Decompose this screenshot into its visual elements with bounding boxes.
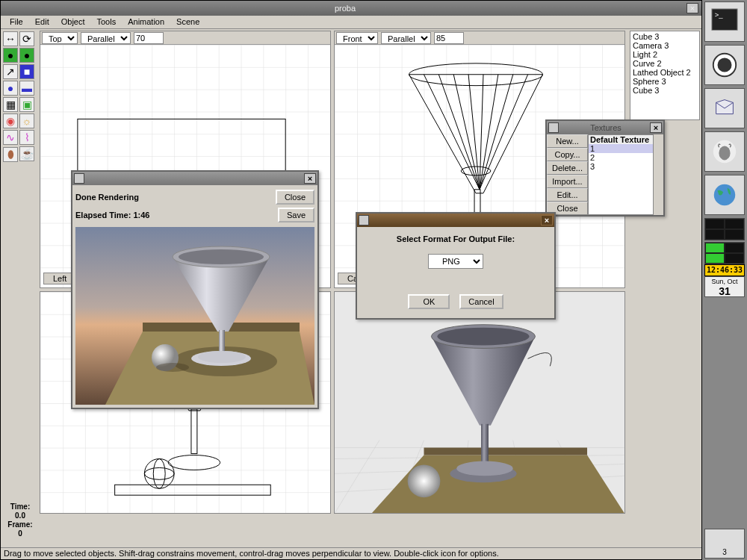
textures-list[interactable]: Default Texture 1 2 3: [588, 134, 654, 215]
format-prompt: Select Format For Output File:: [363, 234, 548, 243]
tool-move[interactable]: ↔: [3, 31, 18, 46]
viewport-top-header: Top Parallel: [40, 31, 330, 45]
scene-object-list[interactable]: Cube 3 Camera 3 Light 2 Curve 2 Lathed O…: [630, 31, 700, 120]
window-close-icon[interactable]: ×: [686, 3, 698, 13]
render-preview-image: [75, 227, 314, 405]
close-icon[interactable]: ×: [541, 215, 553, 225]
list-item[interactable]: Curve 2: [631, 59, 698, 68]
tool-cylinder[interactable]: ▬: [19, 81, 34, 96]
svg-line-44: [335, 441, 379, 513]
render-dialog: × Done Rendering Close Elapsed Time: 1:4…: [71, 170, 319, 409]
menu-object[interactable]: Object: [55, 16, 91, 28]
format-cancel-button[interactable]: Cancel: [459, 294, 503, 309]
textures-import-button[interactable]: Import...: [547, 175, 588, 188]
textures-title: Textures: [562, 123, 650, 132]
svg-marker-50: [424, 448, 588, 455]
textures-list-header: Default Texture: [589, 135, 653, 144]
terminal-icon[interactable]: >_: [704, 1, 745, 42]
format-dialog: × Select Format For Output File: PNG OK …: [356, 212, 556, 320]
viewport-front-view-select[interactable]: Front: [336, 32, 378, 44]
menu-scene[interactable]: Scene: [170, 16, 205, 28]
list-item[interactable]: 2: [589, 153, 653, 162]
viewport-front-header: Front Parallel: [335, 31, 624, 45]
tool-material[interactable]: ▣: [19, 97, 34, 112]
svg-point-55: [456, 461, 512, 476]
desktop-dock: >_ 12:46:33 Sun, Oct31 3: [702, 0, 747, 560]
format-select[interactable]: PNG: [428, 254, 483, 269]
textures-delete-button[interactable]: Delete...: [547, 161, 588, 175]
menu-animation[interactable]: Animation: [122, 16, 170, 28]
gnustep-icon[interactable]: [704, 45, 745, 85]
tool-sphere-green[interactable]: ●: [3, 48, 18, 63]
window-menu-icon[interactable]: [74, 173, 84, 184]
tool-lathed[interactable]: ⌇: [19, 130, 34, 145]
menu-edit[interactable]: Edit: [29, 16, 55, 28]
tool-blob[interactable]: ⬮: [3, 147, 18, 162]
close-icon[interactable]: ×: [304, 173, 316, 184]
svg-text:>_: >_: [715, 10, 724, 19]
render-elapsed: Elapsed Time: 1:46: [75, 211, 149, 220]
tool-cube[interactable]: ■: [19, 64, 34, 79]
tool-mesh[interactable]: ▦: [3, 97, 18, 112]
render-close-button[interactable]: Close: [276, 190, 314, 205]
svg-point-53: [437, 328, 529, 346]
viewport-top-view-select[interactable]: Top: [42, 32, 78, 44]
tool-camera[interactable]: ◉: [3, 113, 18, 128]
tool-rotate[interactable]: ⟳: [19, 31, 34, 46]
menu-tools[interactable]: Tools: [91, 16, 123, 28]
tool-scale[interactable]: ↗: [3, 64, 18, 79]
tool-sphere-green2[interactable]: ●: [19, 48, 34, 63]
mail-icon[interactable]: [704, 88, 745, 128]
workspace-indicator[interactable]: 3: [704, 529, 745, 559]
viewport-top-proj-select[interactable]: Parallel: [81, 32, 131, 44]
list-item[interactable]: 3: [589, 162, 653, 171]
textures-dialog: Textures × New... Copy... Delete... Impo…: [545, 119, 665, 217]
cpu-meter: [704, 218, 745, 240]
window-menu-icon[interactable]: [548, 122, 559, 133]
list-item[interactable]: Cube 3: [631, 86, 698, 95]
render-save-button[interactable]: Save: [278, 208, 314, 223]
viewport-front-zoom-input[interactable]: [434, 32, 464, 44]
format-ok-button[interactable]: OK: [408, 294, 450, 309]
list-item[interactable]: Camera 3: [631, 41, 698, 50]
tool-palette: ↔⟳ ●● ↗■ ●▬ ▦▣ ◉☼ ∿⌇ ⬮☕: [2, 31, 38, 163]
list-item[interactable]: 1: [589, 144, 653, 153]
tool-sphere[interactable]: ●: [3, 81, 18, 96]
menu-file[interactable]: File: [4, 16, 29, 28]
textures-copy-button[interactable]: Copy...: [547, 148, 588, 161]
viewport-camera[interactable]: [334, 291, 625, 514]
globe-icon[interactable]: [704, 175, 745, 215]
viewport-front-proj-select[interactable]: Parallel: [381, 32, 431, 44]
menubar: File Edit Object Tools Animation Scene: [1, 16, 701, 29]
close-icon[interactable]: ×: [650, 122, 662, 133]
tool-light[interactable]: ☼: [19, 113, 34, 128]
status-bar: Drag to move selected objects. Shift-dra…: [1, 547, 701, 559]
format-titlebar[interactable]: ×: [357, 214, 554, 227]
svg-rect-54: [481, 424, 489, 465]
render-titlebar[interactable]: ×: [72, 172, 317, 185]
svg-point-5: [719, 146, 730, 160]
tool-curve[interactable]: ∿: [3, 130, 18, 145]
list-item[interactable]: Sphere 3: [631, 77, 698, 86]
svg-point-67: [156, 363, 189, 372]
svg-point-63: [179, 249, 264, 264]
time-frame-display: Time: 0.0 Frame: 0: [2, 503, 38, 538]
gnu-icon[interactable]: [704, 131, 745, 172]
list-item[interactable]: Lathed Object 2: [631, 68, 698, 77]
list-item[interactable]: Cube 3: [631, 32, 698, 41]
dock-clock: 12:46:33: [704, 264, 745, 276]
window-menu-icon[interactable]: [359, 215, 369, 225]
viewport-top-zoom-input[interactable]: [134, 32, 164, 44]
svg-point-6: [714, 184, 736, 206]
textures-new-button[interactable]: New...: [547, 134, 588, 148]
window-title: proba: [4, 4, 686, 13]
svg-point-3: [718, 58, 732, 72]
textures-titlebar[interactable]: Textures ×: [547, 121, 663, 134]
net-meter: [704, 242, 745, 264]
dock-date: Sun, Oct31: [704, 276, 745, 297]
tool-teapot[interactable]: ☕: [19, 146, 34, 161]
window-titlebar[interactable]: proba ×: [1, 1, 701, 16]
list-item[interactable]: Light 2: [631, 50, 698, 59]
render-status: Done Rendering: [75, 193, 139, 202]
textures-edit-button[interactable]: Edit...: [547, 188, 588, 202]
